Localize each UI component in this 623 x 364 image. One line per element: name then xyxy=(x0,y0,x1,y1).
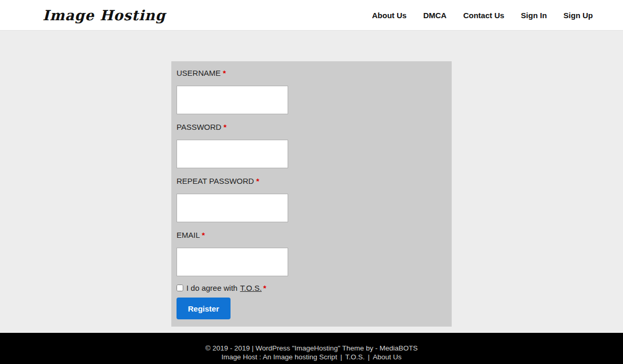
password-label-text: PASSWORD xyxy=(177,123,221,131)
email-label: EMAIL * xyxy=(177,230,446,241)
required-marker: * xyxy=(202,231,205,239)
repeat-password-input[interactable] xyxy=(177,194,288,222)
footer-copyright-line: © 2019 - 2019 | WordPress "ImageHosting"… xyxy=(0,344,623,353)
username-label-text: USERNAME xyxy=(177,69,221,77)
username-input[interactable] xyxy=(177,86,288,114)
site-logo[interactable]: Image Hosting xyxy=(43,7,166,23)
tos-text: I do agree with xyxy=(186,284,237,292)
register-form: USERNAME * PASSWORD * REPEAT PASSWORD * … xyxy=(171,61,452,327)
tos-agreement-row: I do agree with T.O.S. * xyxy=(177,284,446,292)
footer: © 2019 - 2019 | WordPress "ImageHosting"… xyxy=(0,333,623,364)
required-marker: * xyxy=(256,177,259,185)
main-nav: About Us DMCA Contact Us Sign In Sign Up xyxy=(372,11,593,20)
password-label: PASSWORD * xyxy=(177,122,446,133)
header: Image Hosting About Us DMCA Contact Us S… xyxy=(0,0,623,31)
footer-tos-link[interactable]: T.O.S. xyxy=(345,353,365,361)
required-marker: * xyxy=(224,123,227,131)
nav-about-us[interactable]: About Us xyxy=(372,11,407,20)
email-label-text: EMAIL xyxy=(177,231,199,239)
footer-separator: | xyxy=(337,353,345,361)
footer-script-link[interactable]: Image Host : An Image hosting Script xyxy=(222,353,337,361)
repeat-password-label: REPEAT PASSWORD * xyxy=(177,176,446,187)
password-input[interactable] xyxy=(177,140,288,168)
nav-dmca[interactable]: DMCA xyxy=(423,11,446,20)
page: Image Hosting About Us DMCA Contact Us S… xyxy=(0,0,623,364)
main-content: USERNAME * PASSWORD * REPEAT PASSWORD * … xyxy=(0,31,623,327)
tos-checkbox[interactable] xyxy=(177,285,183,291)
nav-sign-in[interactable]: Sign In xyxy=(521,11,547,20)
username-label: USERNAME * xyxy=(177,68,446,79)
required-marker: * xyxy=(263,284,266,292)
repeat-password-label-text: REPEAT PASSWORD xyxy=(177,177,254,185)
required-marker: * xyxy=(223,69,226,77)
footer-links-line: Image Host : An Image hosting Script|T.O… xyxy=(0,353,623,361)
email-input[interactable] xyxy=(177,248,288,276)
nav-contact-us[interactable]: Contact Us xyxy=(463,11,504,20)
register-button[interactable]: Register xyxy=(177,298,231,319)
nav-sign-up[interactable]: Sign Up xyxy=(563,11,593,20)
footer-separator: | xyxy=(364,353,373,361)
footer-about-link[interactable]: About Us xyxy=(373,353,402,361)
tos-link[interactable]: T.O.S. xyxy=(240,284,262,292)
